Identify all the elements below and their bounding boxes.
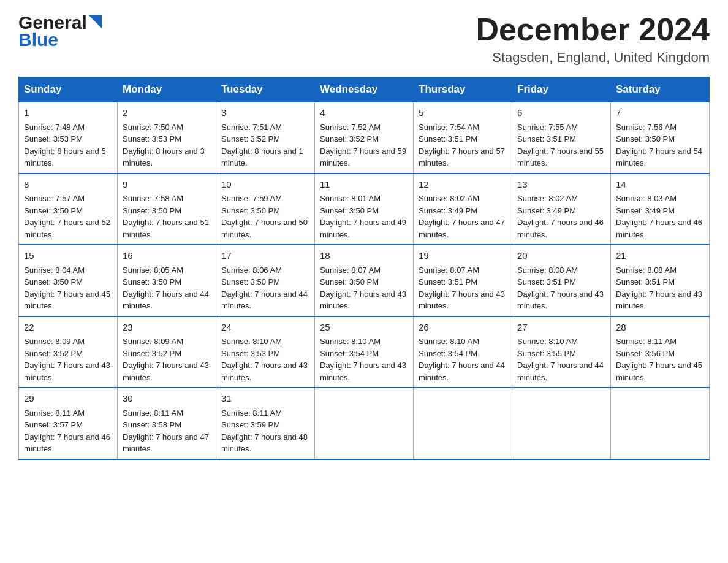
calendar-cell: 30 Sunrise: 8:11 AMSunset: 3:58 PMDaylig… xyxy=(118,388,216,459)
calendar-cell: 9 Sunrise: 7:58 AMSunset: 3:50 PMDayligh… xyxy=(118,174,216,245)
calendar-cell: 16 Sunrise: 8:05 AMSunset: 3:50 PMDaylig… xyxy=(118,245,216,316)
calendar-cell: 29 Sunrise: 8:11 AMSunset: 3:57 PMDaylig… xyxy=(19,388,118,459)
weekday-header-tuesday: Tuesday xyxy=(216,77,315,102)
calendar-cell: 4 Sunrise: 7:52 AMSunset: 3:52 PMDayligh… xyxy=(315,102,414,174)
weekday-header-monday: Monday xyxy=(118,77,216,102)
calendar-cell: 25 Sunrise: 8:10 AMSunset: 3:54 PMDaylig… xyxy=(315,316,414,388)
day-info: Sunrise: 8:09 AMSunset: 3:52 PMDaylight:… xyxy=(123,337,209,382)
calendar-cell: 6 Sunrise: 7:55 AMSunset: 3:51 PMDayligh… xyxy=(512,102,611,174)
day-info: Sunrise: 8:08 AMSunset: 3:51 PMDaylight:… xyxy=(616,266,702,311)
day-number: 26 xyxy=(419,321,507,335)
day-info: Sunrise: 8:02 AMSunset: 3:49 PMDaylight:… xyxy=(419,194,505,239)
day-number: 12 xyxy=(419,178,507,192)
calendar-cell: 1 Sunrise: 7:48 AMSunset: 3:53 PMDayligh… xyxy=(19,102,118,174)
calendar-cell xyxy=(512,388,611,459)
calendar-cell: 5 Sunrise: 7:54 AMSunset: 3:51 PMDayligh… xyxy=(414,102,512,174)
calendar-week-row: 8 Sunrise: 7:57 AMSunset: 3:50 PMDayligh… xyxy=(19,174,710,245)
day-number: 13 xyxy=(517,178,605,192)
calendar-cell: 15 Sunrise: 8:04 AMSunset: 3:50 PMDaylig… xyxy=(19,245,118,316)
calendar-cell: 18 Sunrise: 8:07 AMSunset: 3:50 PMDaylig… xyxy=(315,245,414,316)
day-info: Sunrise: 7:58 AMSunset: 3:50 PMDaylight:… xyxy=(123,194,209,239)
day-info: Sunrise: 8:01 AMSunset: 3:50 PMDaylight:… xyxy=(320,194,406,239)
calendar-cell: 28 Sunrise: 8:11 AMSunset: 3:56 PMDaylig… xyxy=(611,316,710,388)
day-info: Sunrise: 8:05 AMSunset: 3:50 PMDaylight:… xyxy=(123,266,209,311)
day-number: 27 xyxy=(517,321,605,335)
day-number: 23 xyxy=(123,321,211,335)
day-number: 4 xyxy=(320,106,408,120)
calendar-cell: 27 Sunrise: 8:10 AMSunset: 3:55 PMDaylig… xyxy=(512,316,611,388)
day-info: Sunrise: 8:11 AMSunset: 3:59 PMDaylight:… xyxy=(221,408,308,454)
calendar-week-row: 29 Sunrise: 8:11 AMSunset: 3:57 PMDaylig… xyxy=(19,388,710,459)
day-number: 1 xyxy=(24,106,112,120)
logo-triangle-icon xyxy=(88,15,102,28)
logo-blue: Blue xyxy=(18,29,58,50)
day-number: 20 xyxy=(517,249,605,263)
calendar-cell: 31 Sunrise: 8:11 AMSunset: 3:59 PMDaylig… xyxy=(216,388,315,459)
day-number: 14 xyxy=(616,178,704,192)
calendar-cell: 20 Sunrise: 8:08 AMSunset: 3:51 PMDaylig… xyxy=(512,245,611,316)
calendar-cell: 19 Sunrise: 8:07 AMSunset: 3:51 PMDaylig… xyxy=(414,245,512,316)
day-number: 30 xyxy=(123,392,211,406)
day-info: Sunrise: 7:56 AMSunset: 3:50 PMDaylight:… xyxy=(616,123,702,168)
day-info: Sunrise: 7:50 AMSunset: 3:53 PMDaylight:… xyxy=(123,123,205,168)
calendar-cell: 3 Sunrise: 7:51 AMSunset: 3:52 PMDayligh… xyxy=(216,102,315,174)
day-info: Sunrise: 8:03 AMSunset: 3:49 PMDaylight:… xyxy=(616,194,702,239)
location-subtitle: Stagsden, England, United Kingdom xyxy=(476,50,710,66)
day-number: 21 xyxy=(616,249,704,263)
calendar-header-row: SundayMondayTuesdayWednesdayThursdayFrid… xyxy=(19,77,710,102)
day-info: Sunrise: 8:06 AMSunset: 3:50 PMDaylight:… xyxy=(221,266,308,311)
day-number: 17 xyxy=(221,249,309,263)
day-number: 16 xyxy=(123,249,211,263)
calendar-cell: 21 Sunrise: 8:08 AMSunset: 3:51 PMDaylig… xyxy=(611,245,710,316)
day-info: Sunrise: 8:11 AMSunset: 3:57 PMDaylight:… xyxy=(24,408,110,454)
weekday-header-thursday: Thursday xyxy=(414,77,512,102)
day-info: Sunrise: 7:59 AMSunset: 3:50 PMDaylight:… xyxy=(221,194,308,239)
month-title: December 2024 xyxy=(476,12,710,47)
calendar-cell: 11 Sunrise: 8:01 AMSunset: 3:50 PMDaylig… xyxy=(315,174,414,245)
day-number: 31 xyxy=(221,392,309,406)
svg-marker-0 xyxy=(88,15,102,28)
day-info: Sunrise: 7:57 AMSunset: 3:50 PMDaylight:… xyxy=(24,194,110,239)
logo: General Blue xyxy=(18,12,102,50)
calendar-cell: 13 Sunrise: 8:02 AMSunset: 3:49 PMDaylig… xyxy=(512,174,611,245)
day-number: 19 xyxy=(419,249,507,263)
day-number: 8 xyxy=(24,178,112,192)
calendar-cell: 24 Sunrise: 8:10 AMSunset: 3:53 PMDaylig… xyxy=(216,316,315,388)
calendar-cell: 2 Sunrise: 7:50 AMSunset: 3:53 PMDayligh… xyxy=(118,102,216,174)
day-info: Sunrise: 8:10 AMSunset: 3:54 PMDaylight:… xyxy=(320,337,406,382)
calendar-cell: 22 Sunrise: 8:09 AMSunset: 3:52 PMDaylig… xyxy=(19,316,118,388)
day-info: Sunrise: 8:10 AMSunset: 3:53 PMDaylight:… xyxy=(221,337,308,382)
calendar-cell xyxy=(315,388,414,459)
calendar-cell: 12 Sunrise: 8:02 AMSunset: 3:49 PMDaylig… xyxy=(414,174,512,245)
weekday-header-sunday: Sunday xyxy=(19,77,118,102)
day-number: 15 xyxy=(24,249,112,263)
day-number: 24 xyxy=(221,321,309,335)
day-info: Sunrise: 8:07 AMSunset: 3:50 PMDaylight:… xyxy=(320,266,406,311)
day-info: Sunrise: 7:52 AMSunset: 3:52 PMDaylight:… xyxy=(320,123,406,168)
day-number: 9 xyxy=(123,178,211,192)
calendar-week-row: 22 Sunrise: 8:09 AMSunset: 3:52 PMDaylig… xyxy=(19,316,710,388)
weekday-header-saturday: Saturday xyxy=(611,77,710,102)
calendar-cell: 17 Sunrise: 8:06 AMSunset: 3:50 PMDaylig… xyxy=(216,245,315,316)
day-info: Sunrise: 8:08 AMSunset: 3:51 PMDaylight:… xyxy=(517,266,604,311)
calendar-cell: 7 Sunrise: 7:56 AMSunset: 3:50 PMDayligh… xyxy=(611,102,710,174)
calendar-cell: 10 Sunrise: 7:59 AMSunset: 3:50 PMDaylig… xyxy=(216,174,315,245)
day-info: Sunrise: 7:48 AMSunset: 3:53 PMDaylight:… xyxy=(24,123,106,168)
day-number: 2 xyxy=(123,106,211,120)
calendar-cell xyxy=(611,388,710,459)
day-number: 11 xyxy=(320,178,408,192)
day-info: Sunrise: 8:02 AMSunset: 3:49 PMDaylight:… xyxy=(517,194,604,239)
day-number: 10 xyxy=(221,178,309,192)
page-header: General Blue December 2024 Stagsden, Eng… xyxy=(18,12,710,66)
day-number: 7 xyxy=(616,106,704,120)
day-number: 25 xyxy=(320,321,408,335)
weekday-header-wednesday: Wednesday xyxy=(315,77,414,102)
calendar-cell: 26 Sunrise: 8:10 AMSunset: 3:54 PMDaylig… xyxy=(414,316,512,388)
day-info: Sunrise: 8:04 AMSunset: 3:50 PMDaylight:… xyxy=(24,266,110,311)
title-section: December 2024 Stagsden, England, United … xyxy=(476,12,710,66)
calendar-week-row: 1 Sunrise: 7:48 AMSunset: 3:53 PMDayligh… xyxy=(19,102,710,174)
weekday-header-friday: Friday xyxy=(512,77,611,102)
day-number: 22 xyxy=(24,321,112,335)
day-info: Sunrise: 8:10 AMSunset: 3:55 PMDaylight:… xyxy=(517,337,604,382)
day-number: 18 xyxy=(320,249,408,263)
